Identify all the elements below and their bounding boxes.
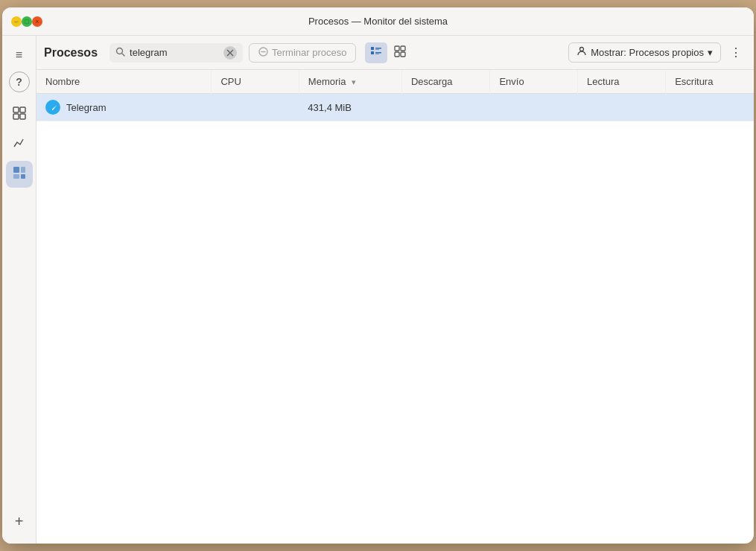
svg-rect-21: [401, 46, 405, 51]
toolbar-right: Mostrar: Procesos propios ▾ ⋮: [568, 42, 746, 63]
main-window: – □ × Procesos — Monitor del sistema ≡ ?: [2, 7, 754, 544]
svg-rect-16: [375, 49, 379, 50]
sidebar-item-overview[interactable]: [6, 101, 33, 128]
titlebar-controls: – □ ×: [11, 16, 56, 27]
user-icon: [576, 46, 587, 59]
svg-line-9: [122, 54, 124, 56]
col-header-read[interactable]: Lectura: [578, 70, 666, 94]
sidebar-item-menu[interactable]: ≡: [6, 42, 33, 69]
search-box[interactable]: [109, 43, 243, 63]
view-list-button[interactable]: [365, 42, 387, 63]
page-title: Procesos: [44, 46, 98, 60]
grid-icon: [13, 106, 26, 123]
toolbar: Procesos: [36, 36, 754, 70]
svg-rect-14: [371, 47, 374, 50]
titlebar: – □ × Procesos — Monitor del sistema: [2, 7, 754, 36]
hamburger-icon: ≡: [16, 48, 22, 62]
overflow-menu-button[interactable]: ⋮: [725, 42, 746, 63]
grid-view-icon: [394, 45, 406, 60]
sidebar-item-help[interactable]: ?: [9, 71, 30, 92]
terminate-process-button[interactable]: Terminar proceso: [249, 43, 356, 63]
chevron-down-icon: ▾: [708, 47, 713, 58]
table-header-row: Nombre CPU Memoria ▾ Descarga: [36, 70, 754, 94]
svg-rect-23: [401, 52, 405, 57]
col-header-download[interactable]: Descarga: [401, 70, 490, 94]
svg-rect-7: [21, 174, 25, 179]
sidebar-item-resources[interactable]: [6, 131, 33, 158]
stop-icon: [258, 47, 268, 59]
svg-rect-2: [13, 114, 19, 119]
svg-rect-15: [375, 48, 381, 49]
cell-upload: [490, 94, 578, 121]
cell-memory: 431,4 MiB: [299, 94, 401, 121]
processes-table-container[interactable]: Nombre CPU Memoria ▾ Descarga: [36, 70, 754, 544]
cell-cpu: [212, 94, 299, 121]
terminate-label: Terminar proceso: [272, 47, 346, 58]
list-detail-icon: [370, 45, 382, 60]
minimize-button[interactable]: –: [11, 16, 22, 27]
table-row[interactable]: Telegram 431,4 MiB: [36, 94, 754, 121]
view-grid-button[interactable]: [389, 42, 411, 63]
telegram-icon: [45, 100, 60, 115]
cell-read: [578, 94, 666, 121]
close-button[interactable]: ×: [32, 16, 42, 27]
maximize-button[interactable]: □: [22, 16, 32, 27]
dots-icon: ⋮: [730, 45, 742, 60]
svg-rect-22: [395, 52, 399, 57]
sidebar: ≡ ?: [2, 36, 36, 544]
svg-rect-3: [20, 114, 25, 119]
col-header-write[interactable]: Escritura: [666, 70, 754, 94]
cell-name: Telegram: [36, 94, 212, 121]
app-body: ≡ ?: [2, 36, 754, 544]
question-icon: ?: [16, 76, 22, 88]
show-processes-button[interactable]: Mostrar: Procesos propios ▾: [568, 42, 721, 63]
processes-icon: [13, 166, 26, 182]
cell-download: [401, 94, 490, 121]
col-header-upload[interactable]: Envío: [490, 70, 578, 94]
sort-indicator-memory: ▾: [352, 77, 356, 86]
window-title: Procesos — Monitor del sistema: [56, 16, 700, 27]
svg-point-8: [117, 48, 123, 54]
svg-rect-6: [21, 167, 25, 173]
search-icon: [115, 47, 125, 59]
show-label: Mostrar: Procesos propios: [591, 47, 704, 58]
svg-rect-20: [395, 46, 399, 51]
content-area: Procesos: [36, 36, 754, 544]
search-clear-button[interactable]: [223, 46, 237, 60]
processes-table: Nombre CPU Memoria ▾ Descarga: [36, 70, 754, 121]
svg-rect-1: [20, 107, 25, 112]
svg-rect-4: [13, 167, 19, 173]
svg-rect-17: [371, 51, 374, 54]
chart-icon: [13, 136, 26, 153]
view-buttons: [365, 42, 411, 63]
svg-rect-18: [375, 52, 381, 54]
svg-rect-5: [13, 174, 19, 179]
col-header-cpu[interactable]: CPU: [212, 70, 299, 94]
add-icon: +: [15, 513, 24, 530]
col-header-memory[interactable]: Memoria ▾: [299, 70, 401, 94]
sidebar-item-processes[interactable]: [6, 161, 33, 188]
col-header-name[interactable]: Nombre: [36, 70, 212, 94]
search-input[interactable]: [130, 47, 219, 58]
svg-point-24: [580, 48, 584, 51]
process-name-cell: Telegram: [45, 100, 203, 115]
svg-rect-0: [13, 107, 19, 112]
sidebar-add-button[interactable]: +: [6, 508, 33, 535]
cell-write: [666, 94, 754, 121]
svg-rect-19: [375, 54, 379, 54]
